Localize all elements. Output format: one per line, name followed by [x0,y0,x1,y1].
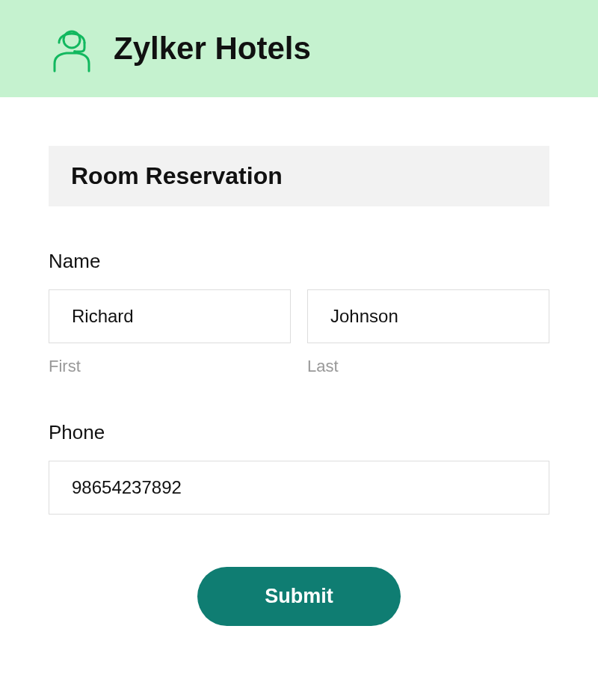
section-banner: Room Reservation [49,146,549,206]
phone-field-group: Phone [49,421,549,515]
support-agent-icon [49,23,95,74]
last-name-input[interactable] [307,289,549,343]
last-name-col: Last [307,289,549,376]
submit-button[interactable]: Submit [197,567,401,626]
brand-title: Zylker Hotels [114,31,311,67]
brand-header: Zylker Hotels [0,0,598,97]
name-row: First Last [49,289,549,376]
name-field-group: Name First Last [49,250,549,376]
phone-label: Phone [49,421,549,444]
reservation-form: Name First Last Phone Submit [49,250,549,626]
first-name-col: First [49,289,291,376]
name-label: Name [49,250,549,273]
submit-row: Submit [49,567,549,626]
section-title: Room Reservation [71,162,527,190]
phone-input[interactable] [49,461,549,515]
last-name-sublabel: Last [307,357,549,376]
first-name-sublabel: First [49,357,291,376]
first-name-input[interactable] [49,289,291,343]
